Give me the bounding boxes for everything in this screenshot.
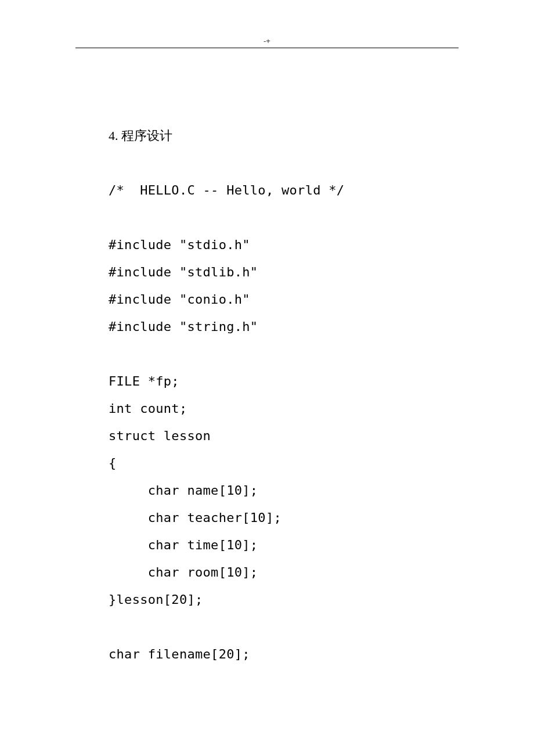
code-line: { (109, 449, 459, 477)
code-line: char name[10]; (109, 477, 459, 504)
section-heading: 4. 程序设计 (109, 122, 459, 149)
code-line: char teacher[10]; (109, 504, 459, 531)
blank-line (109, 204, 459, 231)
code-line: char filename[20]; (109, 640, 459, 668)
code-line: /* HELLO.C -- Hello, world */ (109, 177, 459, 204)
page-header-marker: -+ (75, 37, 459, 45)
code-line: #include "stdio.h" (109, 231, 459, 258)
code-line: }lesson[20]; (109, 586, 459, 613)
code-line: struct lesson (109, 422, 459, 449)
code-line: int count; (109, 395, 459, 422)
code-line: #include "conio.h" (109, 286, 459, 313)
code-line: #include "stdlib.h" (109, 258, 459, 286)
document-content: 4. 程序设计 /* HELLO.C -- Hello, world */ #i… (109, 122, 459, 668)
header-horizontal-rule (75, 48, 459, 48)
blank-line (109, 149, 459, 177)
code-line: char room[10]; (109, 559, 459, 586)
code-line: char time[10]; (109, 531, 459, 559)
code-line: #include "string.h" (109, 313, 459, 340)
code-line: FILE *fp; (109, 368, 459, 395)
blank-line (109, 340, 459, 368)
blank-line (109, 613, 459, 640)
